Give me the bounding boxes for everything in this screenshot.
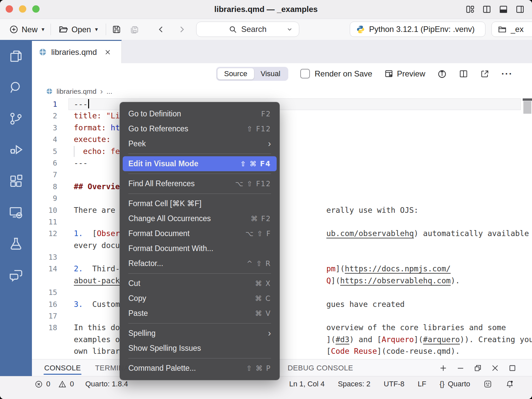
tab-libraries-qmd[interactable]: libraries.qmd: [32, 40, 122, 63]
code-line[interactable]: 18In this dooverview of the core librari…: [32, 322, 532, 333]
menu-item[interactable]: Show Spelling Issues: [120, 341, 280, 356]
search-sidebar-icon[interactable]: [8, 80, 24, 95]
code-line[interactable]: 8## Overvie: [32, 181, 532, 193]
code-line[interactable]: 10There are erally use with OJS:: [32, 204, 532, 216]
explorer-icon[interactable]: [8, 49, 24, 64]
code-line[interactable]: 2title: "Li: [32, 110, 532, 122]
code-editor[interactable]: 1---2title: "Li3format: ht4execute:5 ech…: [32, 98, 532, 359]
code-line[interactable]: 17: [32, 310, 532, 322]
menu-item[interactable]: Command Palette...⇧ ⌘ P: [120, 361, 280, 376]
extensions-icon[interactable]: [8, 174, 24, 189]
toggle-secondary-sidebar-icon[interactable]: [515, 5, 525, 14]
menu-item-label: Edit in Visual Mode: [128, 159, 240, 168]
new-button[interactable]: New ▾: [9, 19, 45, 40]
breadcrumb-file[interactable]: libraries.qmd: [57, 87, 96, 95]
line-number: 18: [32, 322, 65, 333]
feedback-smiley-icon[interactable]: [483, 380, 492, 388]
cursor-position[interactable]: Ln 1, Col 4: [289, 380, 325, 388]
code-lines: 1---2title: "Li3format: ht4execute:5 ech…: [32, 98, 532, 357]
menu-item[interactable]: Go to DefinitionF2: [120, 106, 280, 121]
open-in-new-window-icon[interactable]: [480, 69, 489, 78]
menu-item[interactable]: Refactor...^ ⇧ R: [120, 256, 280, 271]
forward-icon[interactable]: [177, 25, 187, 34]
menu-item[interactable]: Format Cell [⌘K ⌘F]: [120, 196, 280, 211]
app-window: libraries.qmd — _examples New ▾ Open ▾ S…: [0, 0, 532, 399]
line-number: 1: [32, 98, 65, 110]
source-mode-button[interactable]: Source: [217, 68, 254, 79]
save-icon[interactable]: [112, 25, 121, 34]
render-document-icon[interactable]: [437, 69, 447, 78]
preview-button[interactable]: Preview: [384, 69, 425, 78]
source-control-icon[interactable]: [8, 111, 24, 126]
code-line[interactable]: every docu: [32, 240, 532, 251]
line-number: [32, 345, 65, 357]
split-editor-icon[interactable]: [459, 69, 468, 78]
comments-icon[interactable]: [8, 267, 24, 283]
code-line[interactable]: 4execute:: [32, 134, 532, 145]
code-line[interactable]: 5 echo: fe: [32, 146, 532, 157]
menu-item[interactable]: Go to References⇧ F12: [120, 121, 280, 136]
panel-tab-console[interactable]: CONSOLE: [44, 359, 81, 376]
code-line[interactable]: 121. [Obserub.com/observablehq) automati…: [32, 228, 532, 239]
menu-item[interactable]: Format Document⌥ ⇧ F: [120, 226, 280, 241]
menu-item[interactable]: Spelling›: [120, 326, 280, 341]
notifications-bell-icon[interactable]: [505, 380, 514, 388]
menu-item[interactable]: Copy⌘ C: [120, 291, 280, 306]
panel-restore-icon[interactable]: [473, 364, 482, 372]
panel-close-icon[interactable]: [491, 364, 499, 372]
panel-maximize-icon[interactable]: [508, 364, 517, 372]
language-mode[interactable]: {} Quarto: [440, 380, 470, 388]
remote-explorer-icon[interactable]: [8, 205, 24, 220]
panel-minimize-icon[interactable]: [456, 364, 465, 372]
back-icon[interactable]: [156, 25, 166, 34]
workspace-button[interactable]: _ex: [491, 22, 532, 37]
code-line[interactable]: 15: [32, 287, 532, 298]
breadcrumb[interactable]: libraries.qmd › ...: [32, 84, 532, 98]
code-line[interactable]: 11: [32, 216, 532, 228]
menu-item-shortcut: ⌘ V: [255, 310, 271, 318]
code-line[interactable]: 6---: [32, 157, 532, 169]
split-editor-layout-icon[interactable]: [482, 5, 491, 14]
testing-beaker-icon[interactable]: [8, 236, 24, 251]
menu-item[interactable]: Change All Occurrences⌘ F2: [120, 211, 280, 226]
open-button[interactable]: Open ▾: [59, 19, 98, 40]
code-line[interactable]: about-packQ](https://observablehq.com).: [32, 275, 532, 287]
search-box[interactable]: Search: [196, 22, 299, 37]
indentation[interactable]: Spaces: 2: [338, 380, 370, 388]
menu-item[interactable]: Format Document With...: [120, 241, 280, 256]
run-debug-icon[interactable]: [8, 142, 24, 158]
customize-layout-icon[interactable]: [466, 5, 475, 14]
code-line[interactable]: 9: [32, 193, 532, 204]
code-line[interactable]: 7: [32, 169, 532, 181]
more-actions-icon[interactable]: ···: [501, 68, 513, 79]
visual-mode-button[interactable]: Visual: [254, 68, 287, 79]
menu-item[interactable]: Paste⌘ V: [120, 306, 280, 321]
editor-scrollbar[interactable]: [523, 101, 531, 114]
menu-item[interactable]: Edit in Visual Mode⇧ ⌘ F4: [123, 156, 277, 171]
overview-ruler-mark: [523, 98, 532, 101]
code-line[interactable]: 163. Customgues have created: [32, 299, 532, 310]
save-all-icon[interactable]: [130, 25, 139, 34]
encoding[interactable]: UTF-8: [384, 380, 404, 388]
close-tab-icon[interactable]: [104, 49, 111, 56]
quarto-version[interactable]: Quarto: 1.8.4: [85, 380, 128, 388]
python-logo-icon: [356, 25, 365, 34]
code-line[interactable]: 1---: [32, 98, 532, 110]
line-number: 3: [32, 122, 65, 134]
code-line[interactable]: examples o](#d3) and [Arquero](#arquero)…: [32, 334, 532, 345]
eol-sequence[interactable]: LF: [418, 380, 426, 388]
menu-item[interactable]: Peek›: [120, 136, 280, 151]
render-on-save-checkbox[interactable]: [300, 69, 310, 78]
code-line[interactable]: own librar[Code Reuse](code-reuse.qmd).: [32, 345, 532, 357]
interpreter-button[interactable]: Python 3.12.1 (PipEnv: .venv): [350, 22, 485, 37]
breadcrumb-more[interactable]: ...: [106, 87, 112, 95]
toggle-panel-icon[interactable]: [499, 5, 508, 14]
code-line[interactable]: 3format: ht: [32, 122, 532, 134]
problems-indicator[interactable]: 0 0: [35, 380, 74, 388]
panel-plus-icon[interactable]: [439, 364, 448, 372]
menu-item[interactable]: Cut⌘ X: [120, 276, 280, 291]
code-line[interactable]: 142. Third-pm](https://docs.npmjs.com/: [32, 263, 532, 275]
panel-tab-debug-console[interactable]: DEBUG CONSOLE: [288, 359, 353, 376]
menu-item[interactable]: Find All References⌥ ⇧ F12: [120, 176, 280, 191]
code-line[interactable]: 13: [32, 251, 532, 263]
